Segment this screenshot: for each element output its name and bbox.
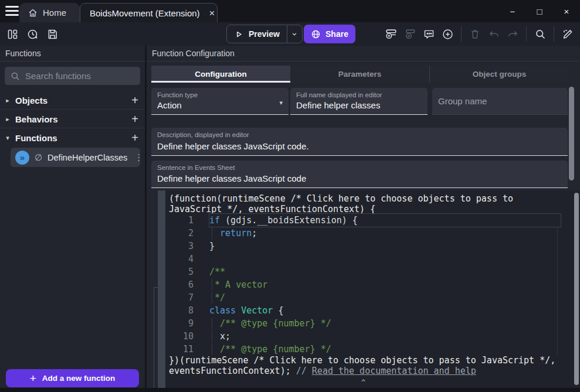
code-wrapper-header[interactable]: (function(runtimeScene /* Click here to … [169,193,556,214]
add-new-function-button[interactable]: + Add a new function [6,369,139,387]
main-menu-button[interactable] [5,6,19,16]
code-line[interactable]: 1if (gdjs.__boidsExtension) { [165,214,574,227]
version-history-button[interactable] [23,25,41,43]
toolbar-right [382,25,576,43]
trash-icon [469,28,481,40]
description-field[interactable]: Description, displayed in editor Define … [151,128,568,156]
edit-extension-icon [561,28,574,40]
toolbar: Preview Share [0,22,580,46]
redo-button[interactable] [504,25,521,43]
sentence-label: Sentence in Events Sheet [157,164,235,171]
add-event-button[interactable] [382,25,400,43]
config-scrollbar-thumb[interactable] [569,87,574,180]
window-controls: − □ × [499,0,580,22]
add-function-button[interactable]: + [125,131,145,145]
search-functions-input[interactable] [25,71,142,81]
code-line[interactable]: 9 /** @type {number} */ [165,317,574,330]
code-line[interactable]: 11 /** @type {number} */ [165,343,574,356]
toolbar-separator [461,26,462,42]
function-item-definehelperclasses[interactable]: » ∅ DefineHelperClasses ⋮ [11,148,140,167]
line-number: 4 [165,253,194,265]
window-bottom-edge [0,388,580,392]
full-name-value: Define helper classes [296,100,380,110]
editors-panel-button[interactable] [4,25,21,43]
share-label: Share [325,29,348,39]
footer-comment-slashes: // [296,366,312,376]
tab-object-groups[interactable]: Object groups [429,66,569,83]
function-configuration-panel: Function Configuration Configuration Par… [147,46,580,190]
add-circle-button[interactable] [439,25,456,43]
indent-guide [212,279,212,291]
line-number: 8 [165,304,194,317]
function-icon: » [15,151,29,165]
editor-drag-handle[interactable] [158,190,165,388]
full-name-field[interactable]: Full name displayed in editor Define hel… [290,88,428,115]
line-number: 9 [165,317,194,330]
code-line[interactable]: 4 [165,253,574,265]
share-button[interactable]: Share [304,25,355,43]
code-wrapper-footer[interactable]: })(runtimeScene /* Click here to choose … [169,355,563,376]
undo-button[interactable] [485,25,503,43]
tab-boidsmovement[interactable]: BoidsMovement (Extension) × [80,3,218,22]
private-icon: ∅ [35,152,42,163]
home-icon [28,8,38,18]
search-functions-box[interactable] [5,67,140,85]
chevron-right-icon[interactable]: ▸ [0,97,15,104]
indent-guide [212,343,212,355]
chevron-down-icon[interactable]: ▾ [0,134,15,142]
dropdown-caret-icon[interactable]: ▾ [279,99,283,107]
line-number: 6 [165,278,194,291]
line-number: 10 [165,330,194,343]
collapse-caret-icon[interactable]: ^ [147,379,580,387]
sentence-field[interactable]: Sentence in Events Sheet Define helper c… [151,161,568,188]
search-button[interactable] [531,25,549,43]
code-line[interactable]: 8class Vector { [165,304,574,317]
code-line[interactable]: 5/** [165,265,574,278]
add-behavior-button[interactable]: + [125,113,145,126]
preview-button[interactable]: Preview [227,25,287,43]
code-line[interactable]: 7 */ [165,291,574,304]
code-line[interactable]: 6 * A vector [165,278,574,291]
add-comment-button[interactable] [420,25,437,43]
indent-guide [212,318,212,329]
group-name-field[interactable] [432,88,568,115]
code-line-text: class Vector { [209,304,561,317]
code-line[interactable]: 3} [165,240,574,253]
add-object-button[interactable]: + [125,94,145,107]
tab-close-icon[interactable]: × [209,8,215,18]
code-scrollbar-thumb[interactable] [574,193,579,385]
tab-parameters[interactable]: Parameters [290,66,429,83]
add-new-function-label: Add a new function [42,374,116,383]
footer-code: })(runtimeScene /* Click here to choose … [169,355,555,366]
indent-guide [212,227,212,239]
tab-home[interactable]: Home [19,3,80,22]
tab-configuration[interactable]: Configuration [151,66,290,83]
sidebar-section-functions[interactable]: ▾ Functions + [0,129,145,147]
preview-dropdown-button[interactable] [287,25,302,43]
add-subevent-icon [403,28,416,40]
add-subevent-button[interactable] [401,25,419,43]
line-number: 5 [165,265,194,278]
save-button[interactable] [43,25,61,43]
tab-home-label: Home [43,8,66,18]
history-clock-icon [26,28,39,40]
group-name-input[interactable] [432,88,568,114]
edit-extension-button[interactable] [559,25,576,43]
line-number: 1 [165,214,194,227]
function-type-field[interactable]: Function type Action ▾ [151,88,289,115]
toolbar-separator [554,26,554,42]
maximize-button[interactable]: □ [526,6,553,16]
code-line-text: if (gdjs.__boidsExtension) { [209,214,561,227]
code-line-text: * A vector [209,278,561,291]
sidebar-section-behaviors[interactable]: ▸ Behaviors + [0,110,145,128]
code-line[interactable]: 10 x; [165,330,574,343]
chevron-right-icon[interactable]: ▸ [0,115,15,123]
titlebar: Home BoidsMovement (Extension) × − □ × [0,0,580,22]
sidebar-section-objects[interactable]: ▸ Objects + [0,91,145,110]
more-vert-icon[interactable]: ⋮ [133,152,145,163]
documentation-link[interactable]: Read the documentation and help [312,366,476,376]
minimize-button[interactable]: − [499,6,526,16]
delete-button[interactable] [466,25,484,43]
code-line[interactable]: 2 return; [165,227,574,240]
close-button[interactable]: × [553,6,580,16]
